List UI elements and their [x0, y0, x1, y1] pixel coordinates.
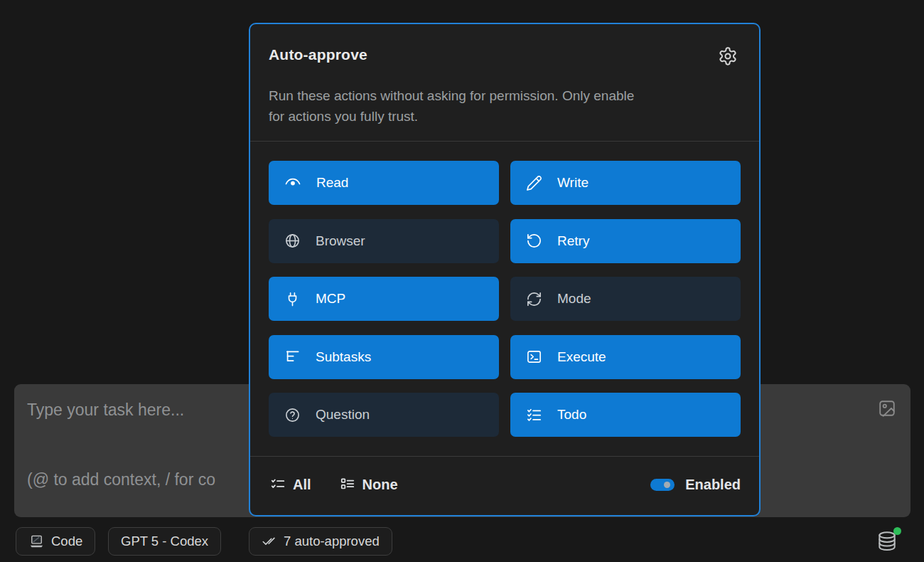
toggle-knob: [664, 482, 670, 488]
action-toggle-mode[interactable]: Mode: [510, 277, 741, 321]
action-label: Browser: [316, 233, 365, 249]
action-label: Read: [316, 175, 348, 191]
action-grid: Read Write Browser: [250, 142, 759, 456]
mode-label: Code: [51, 534, 82, 549]
action-toggle-todo[interactable]: Todo: [510, 393, 741, 437]
dialog-footer: All None Enabled: [250, 457, 759, 515]
select-none-button[interactable]: None: [340, 477, 398, 493]
enabled-toggle[interactable]: [650, 479, 675, 491]
globe-icon: [284, 233, 301, 249]
check-all-icon: [262, 534, 277, 549]
auto-approve-dialog: Auto-approve Run these actions without a…: [249, 23, 761, 516]
action-toggle-subtasks[interactable]: Subtasks: [269, 335, 499, 379]
checklist-icon: [270, 477, 286, 492]
laptop-icon: [28, 534, 45, 550]
retry-arrow-icon: [526, 233, 542, 249]
task-input-hint: (@ to add context, / for co: [27, 470, 215, 489]
action-label: Question: [316, 407, 370, 423]
model-selector-button[interactable]: GPT 5 - Codex: [108, 527, 221, 556]
list-squares-icon: [340, 477, 355, 492]
status-dot: [893, 527, 901, 535]
auto-approve-summary-button[interactable]: 7 auto-approved: [249, 527, 392, 556]
settings-gear-icon[interactable]: [718, 46, 738, 66]
none-label: None: [362, 477, 398, 493]
todo-checklist-icon: [526, 407, 542, 423]
action-toggle-mcp[interactable]: MCP: [269, 277, 499, 321]
action-toggle-read[interactable]: Read: [269, 161, 499, 205]
action-label: Write: [557, 175, 589, 191]
toggle-label: Enabled: [685, 477, 741, 493]
pencil-icon: [526, 175, 542, 191]
action-label: MCP: [316, 291, 345, 307]
action-label: Mode: [557, 291, 591, 307]
sync-icon: [526, 291, 542, 307]
eye-icon: [284, 174, 301, 191]
action-label: Subtasks: [316, 349, 371, 365]
mode-selector-button[interactable]: Code: [16, 527, 95, 556]
dialog-header: Auto-approve Run these actions without a…: [250, 24, 759, 127]
terminal-icon: [526, 349, 542, 365]
action-toggle-question[interactable]: Question: [269, 393, 499, 437]
model-label: GPT 5 - Codex: [121, 534, 208, 549]
attach-image-icon[interactable]: [878, 399, 896, 418]
action-label: Todo: [557, 407, 586, 423]
select-all-button[interactable]: All: [270, 477, 311, 493]
action-label: Execute: [557, 349, 606, 365]
dialog-title: Auto-approve: [269, 46, 367, 64]
question-circle-icon: [284, 407, 301, 423]
action-label: Retry: [557, 233, 589, 249]
subtasks-tree-icon: [284, 349, 301, 365]
dialog-description: Run these actions without asking for per…: [269, 85, 738, 127]
action-toggle-write[interactable]: Write: [510, 161, 741, 205]
all-label: All: [293, 477, 311, 493]
auto-approved-label: 7 auto-approved: [284, 534, 380, 549]
plug-icon: [284, 291, 301, 307]
action-toggle-execute[interactable]: Execute: [510, 335, 741, 379]
action-toggle-browser[interactable]: Browser: [269, 219, 499, 263]
task-input-placeholder: Type your task here...: [27, 401, 184, 420]
action-toggle-retry[interactable]: Retry: [510, 219, 741, 263]
app-background: Type your task here... (@ to add context…: [0, 0, 924, 562]
memory-database-icon[interactable]: [876, 529, 898, 553]
